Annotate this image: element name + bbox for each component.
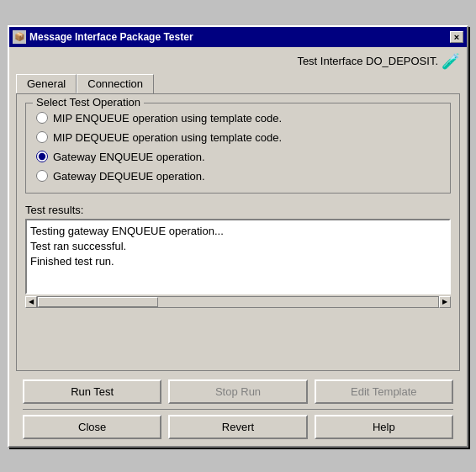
main-window: 📦 Message Interface Package Tester × Tes… <box>8 25 468 448</box>
radio-gw-enqueue-input[interactable] <box>36 151 48 162</box>
run-test-button[interactable]: Run Test <box>23 379 161 404</box>
close-button[interactable]: × <box>450 31 463 43</box>
radio-mip-dequeue-label: MIP DEQUEUE operation using template cod… <box>53 131 282 144</box>
help-button[interactable]: Help <box>315 415 453 439</box>
content-area: Test Interface DO_DEPOSIT. 🧪 General Con… <box>9 47 467 446</box>
select-test-operation-group: Select Test Operation MIP ENQUEUE operat… <box>25 103 451 194</box>
interface-label: Test Interface DO_DEPOSIT. 🧪 <box>16 52 460 71</box>
buttons-divider <box>23 409 453 410</box>
tab-general[interactable]: General <box>16 74 77 93</box>
stop-run-button[interactable]: Stop Run <box>168 379 307 404</box>
radio-gw-dequeue-input[interactable] <box>36 170 48 182</box>
scrollbar-left-arrow[interactable]: ◀ <box>25 296 37 308</box>
interface-label-text: Test Interface DO_DEPOSIT. <box>297 55 438 67</box>
h-scrollbar-thumb[interactable] <box>38 297 158 307</box>
revert-button[interactable]: Revert <box>168 415 307 439</box>
radio-gw-enqueue[interactable]: Gateway ENQUEUE operation. <box>36 151 440 163</box>
radio-gw-enqueue-label: Gateway ENQUEUE operation. <box>53 151 205 163</box>
tabs-row: General Connection <box>16 74 460 93</box>
title-bar-left: 📦 Message Interface Package Tester <box>13 30 193 44</box>
radio-gw-dequeue[interactable]: Gateway DEQUEUE operation. <box>36 170 440 183</box>
test-results-label: Test results: <box>25 204 451 216</box>
window-title: Message Interface Package Tester <box>29 31 193 43</box>
primary-buttons-row: Run Test Stop Run Edit Template <box>16 379 460 404</box>
flask-icon: 🧪 <box>442 52 460 71</box>
close-button[interactable]: Close <box>23 415 161 439</box>
test-results-section: Test results: Testing gateway ENQUEUE op… <box>25 204 451 308</box>
scrollbar-row: ◀ ▶ <box>25 296 451 308</box>
group-box-legend: Select Test Operation <box>33 96 144 109</box>
radio-mip-dequeue[interactable]: MIP DEQUEUE operation using template cod… <box>36 131 440 144</box>
radio-gw-dequeue-label: Gateway DEQUEUE operation. <box>53 170 205 183</box>
radio-mip-dequeue-input[interactable] <box>36 131 48 143</box>
radio-mip-enqueue[interactable]: MIP ENQUEUE operation using template cod… <box>36 112 440 125</box>
edit-template-button[interactable]: Edit Template <box>315 379 453 404</box>
title-bar: 📦 Message Interface Package Tester × <box>9 27 467 47</box>
h-scrollbar[interactable] <box>37 296 439 308</box>
scrollbar-right-arrow[interactable]: ▶ <box>439 296 451 308</box>
window-icon: 📦 <box>13 30 26 44</box>
tab-connection[interactable]: Connection <box>77 74 154 93</box>
tab-content-general: Select Test Operation MIP ENQUEUE operat… <box>16 93 460 371</box>
secondary-buttons-row: Close Revert Help <box>16 415 460 439</box>
test-results-box[interactable]: Testing gateway ENQUEUE operation...Test… <box>25 219 451 294</box>
radio-mip-enqueue-label: MIP ENQUEUE operation using template cod… <box>53 112 282 125</box>
radio-mip-enqueue-input[interactable] <box>36 112 48 124</box>
